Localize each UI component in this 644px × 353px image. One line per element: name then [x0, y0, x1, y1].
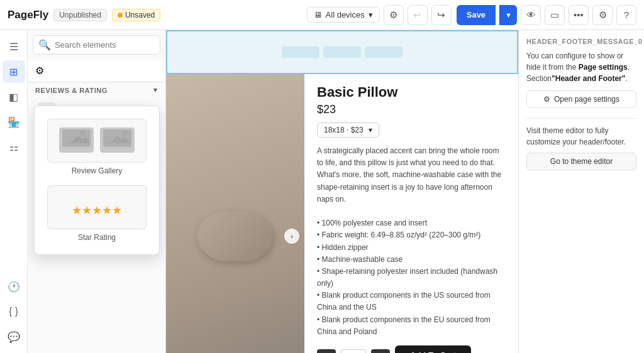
sidebar-item-apps[interactable]: ⚏ [3, 136, 25, 158]
gallery-preview [47, 119, 147, 163]
gear-icon: ⚙ [543, 95, 550, 104]
topbar-right: Save ▼ 👁 ▭ ••• ⚙ ? [457, 5, 636, 25]
search-icon: 🔍 [38, 39, 51, 51]
preview-eye-btn[interactable]: 👁 [521, 5, 541, 25]
sidebar-item-layers[interactable]: ◧ [3, 85, 25, 108]
elements-panel: 🔍 ⚙ REVIEWS & RATING ▾ 📷 Loox - photo re… [28, 30, 166, 353]
product-image-col: › [166, 74, 304, 353]
right-panel-title: HEADER_FOOTER_MESSAGE_0 [526, 38, 636, 45]
mobile-preview-btn[interactable]: ▭ [545, 5, 565, 25]
page-top-section [166, 30, 518, 74]
chevron-down-icon: ▾ [153, 86, 158, 94]
desktop-icon: 🖥 [314, 10, 322, 19]
go-to-theme-editor-button[interactable]: Go to theme editor [526, 153, 636, 170]
ph-btn-3 [365, 46, 402, 58]
variant-chevron-icon: ▾ [369, 126, 372, 134]
canvas-page: › Basic Pillow $23 18x18 · $23 ▾ A strat… [166, 30, 518, 353]
popup-option-star-rating[interactable]: ★★★★★ Star Rating [42, 180, 152, 247]
open-page-settings-button[interactable]: ⚙ Open page settings [526, 90, 636, 108]
pillow-shape [197, 211, 273, 261]
star-label: Star Rating [47, 233, 147, 242]
qty-minus-btn[interactable]: − [317, 349, 336, 354]
product-info-col: Basic Pillow $23 18x18 · $23 ▾ A strateg… [304, 74, 518, 353]
search-bar[interactable]: 🔍 [33, 35, 160, 55]
topbar-center: 🖥 All devices ▾ ⚙ ↩ ↪ [307, 5, 452, 25]
sidebar-item-menu[interactable]: ☰ [3, 35, 25, 58]
customize-icon-btn[interactable]: ⚙ [384, 5, 404, 25]
right-divider [526, 118, 636, 119]
variant-selector[interactable]: 18x18 · $23 ▾ [317, 122, 379, 138]
brand-logo: PageFly [8, 9, 48, 21]
qty-plus-btn[interactable]: + [371, 349, 390, 354]
section-header-reviews[interactable]: REVIEWS & RATING ▾ [28, 82, 165, 98]
right-panel-visit-text: Visit theme editor to fully customize yo… [526, 125, 636, 148]
star-icons: ★★★★★ [72, 198, 122, 222]
undo-btn[interactable]: ↩ [408, 5, 428, 25]
topbar-left: PageFly Unpublished Unsaved [8, 9, 302, 21]
sidebar-item-clock[interactable]: 🕐 [3, 275, 25, 298]
right-panel-desc: You can configure to show or hide it fro… [526, 50, 636, 84]
main-layout: ☰ ⊞ ◧ 🏪 ⚏ 🕐 { } 💬 🔍 ⚙ REVIEWS & RATING ▾… [0, 30, 644, 353]
gallery-label: Review Gallery [47, 166, 147, 175]
right-panel: HEADER_FOOTER_MESSAGE_0 You can configur… [518, 30, 644, 353]
save-split-button[interactable]: ▼ [499, 5, 517, 25]
svg-point-2 [80, 131, 85, 136]
ph-btn-2 [323, 46, 361, 58]
product-title: Basic Pillow [317, 84, 506, 100]
settings-gear-btn[interactable]: ⚙ [592, 5, 613, 25]
device-selector[interactable]: 🖥 All devices ▾ [307, 7, 380, 23]
star-preview: ★★★★★ [47, 185, 147, 229]
sidebar-item-store[interactable]: 🏪 [3, 111, 25, 133]
search-input[interactable] [55, 40, 155, 50]
product-layout: › Basic Pillow $23 18x18 · $23 ▾ A strat… [166, 74, 518, 353]
ph-btn-1 [282, 46, 319, 58]
product-description: A strategically placed accent can bring … [317, 145, 506, 338]
sidebar-item-elements[interactable]: ⊞ [3, 60, 25, 83]
status-unsaved: Unsaved [112, 9, 160, 21]
unsaved-dot [118, 13, 123, 18]
image-next-arrow[interactable]: › [284, 229, 299, 244]
chevron-down-icon: ▾ [369, 10, 373, 19]
svg-point-5 [123, 131, 128, 136]
top-placeholder-bar [282, 46, 402, 58]
settings-icon-panel[interactable]: ⚙ [35, 65, 44, 77]
topbar: PageFly Unpublished Unsaved 🖥 All device… [0, 0, 644, 30]
left-sidebar: ☰ ⊞ ◧ 🏪 ⚏ 🕐 { } 💬 [0, 30, 28, 353]
add-to-cart-button[interactable]: Add To Cart [395, 345, 471, 353]
product-image [166, 74, 304, 353]
widget-dropdown-popup: Review Gallery ★★★★★ Star Rating [34, 106, 160, 255]
panel-header: ⚙ [28, 60, 165, 82]
sidebar-item-code[interactable]: { } [3, 300, 25, 323]
redo-btn[interactable]: ↪ [431, 5, 452, 25]
qty-value: 1 [341, 349, 366, 354]
save-button[interactable]: Save [457, 5, 496, 25]
help-btn[interactable]: ? [616, 5, 636, 25]
product-price: $23 [317, 103, 506, 116]
canvas-area[interactable]: › Basic Pillow $23 18x18 · $23 ▾ A strat… [166, 30, 518, 353]
quantity-row: − 1 + Add To Cart [317, 345, 506, 353]
more-options-btn[interactable]: ••• [569, 5, 589, 25]
popup-option-gallery[interactable]: Review Gallery [42, 114, 152, 180]
sidebar-item-chat[interactable]: 💬 [3, 325, 25, 348]
status-unpublished: Unpublished [53, 9, 107, 21]
